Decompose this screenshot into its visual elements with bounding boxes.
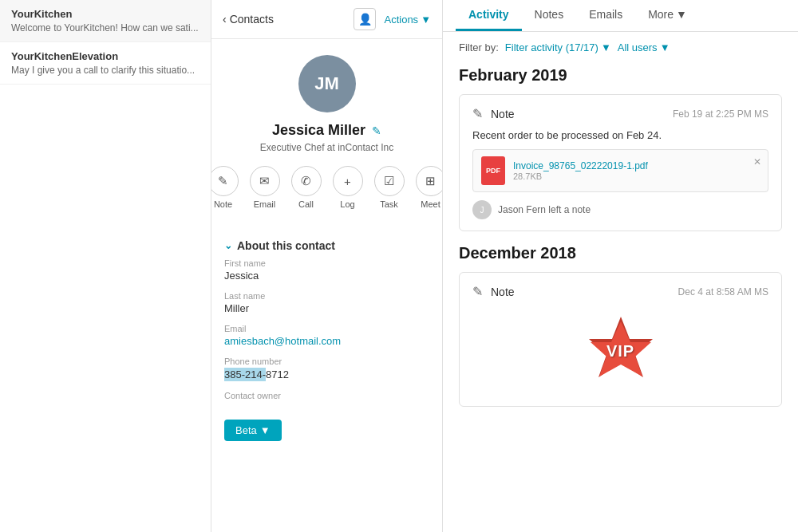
chat-name: YourKitchenElevation [11,50,200,62]
avatar: JM [298,55,356,112]
contact-name-row: Jessica Miller ✎ [272,122,381,139]
contact-owner-section: Beta ▼ [211,413,442,441]
note-footer-text: Jason Fern left a note [498,204,591,215]
note-type-label: Note [491,108,515,120]
task-icon: ☑ [374,166,405,196]
contact-name: Jessica Miller [272,122,365,139]
about-chevron-icon: ⌄ [224,240,232,251]
month-heading-feb: February 2019 [459,66,782,85]
chat-name: YourKitchen [11,8,200,20]
activity-card-feb-note: ✎ Note Feb 19 at 2:25 PM MS Recent order… [459,94,782,231]
phone-value[interactable]: 385-214-8712 [224,368,429,381]
filter-activity-chevron-icon: ▼ [601,41,611,53]
chat-panel: YourKitchen Welcome to YourKitchen! How … [0,0,211,532]
vip-badge-container: VIP [472,307,768,395]
header-right: 👤 Actions ▼ [354,8,431,30]
chat-item-elevation[interactable]: YourKitchenElevation May I give you a ca… [0,42,211,85]
edit-icon[interactable]: ✎ [372,124,381,137]
activity-content: Filter by: Filter activity (17/17) ▼ All… [443,32,798,532]
note-label: Note [214,199,232,209]
user-avatar-small: J [472,200,492,219]
action-buttons: ✎ Note ✉ Email ✆ Call + Log ☑ Task ⊞ Mee… [211,166,443,209]
phone-field: Phone number 385-214-8712 [224,357,429,381]
tab-more-chevron-icon: ▼ [676,8,687,21]
tab-activity-label: Activity [468,8,509,21]
filter-bar: Filter by: Filter activity (17/17) ▼ All… [459,41,782,53]
email-label: Email [254,199,276,209]
filter-activity-button[interactable]: Filter activity (17/17) ▼ [505,41,611,53]
log-label: Log [340,199,354,209]
actions-label: Actions [384,14,418,26]
tab-emails[interactable]: Emails [576,0,635,31]
note-time-dec: Dec 4 at 8:58 AM MS [678,286,768,298]
attachment-name: Invoice_98765_02222019-1.pdf [513,160,648,171]
activity-panel: Activity Notes Emails More ▼ Filter by: … [443,0,798,532]
tab-bar: Activity Notes Emails More ▼ [443,0,798,32]
task-button[interactable]: ☑ Task [374,166,405,209]
filter-users-button[interactable]: All users ▼ [618,41,670,53]
attachment-size: 28.7KB [513,171,648,181]
tab-notes[interactable]: Notes [522,0,577,31]
tab-more-label: More [648,8,674,21]
email-field: Email amiesbach@hotmail.com [224,324,429,347]
chat-preview: Welcome to YourKitchen! How can we sati.… [11,22,200,33]
tab-activity[interactable]: Activity [456,0,522,31]
meet-button[interactable]: ⊞ Meet [416,166,444,209]
vip-star-badge: VIP [581,315,661,387]
first-name-label: First name [224,258,429,268]
note-footer: J Jason Fern left a note [472,200,768,219]
call-label: Call [298,199,314,209]
pdf-icon: PDF [481,156,505,185]
beta-button[interactable]: Beta ▼ [224,420,282,441]
chat-list: YourKitchen Welcome to YourKitchen! How … [0,0,211,85]
beta-chevron-icon: ▼ [260,424,271,436]
call-button[interactable]: ✆ Call [291,166,322,209]
about-header[interactable]: ⌄ About this contact [224,230,429,258]
task-label: Task [380,199,398,209]
last-name-field: Last name Miller [224,291,429,314]
last-name-label: Last name [224,291,429,301]
email-icon: ✉ [250,166,280,196]
chat-item-yourkitchen[interactable]: YourKitchen Welcome to YourKitchen! How … [0,0,211,42]
email-button[interactable]: ✉ Email [250,166,280,209]
log-button[interactable]: + Log [333,166,363,209]
back-arrow-icon: ‹ [223,13,227,26]
beta-label: Beta [235,424,257,436]
person-icon[interactable]: 👤 [354,8,376,30]
note-time: Feb 19 at 2:25 PM MS [673,108,768,120]
note-edit-icon: ✎ [472,106,483,121]
last-name-value: Miller [224,302,429,314]
filter-users-chevron-icon: ▼ [660,41,670,53]
email-value[interactable]: amiesbach@hotmail.com [224,335,429,347]
contact-info: JM Jessica Miller ✎ Executive Chef at in… [211,39,442,230]
call-icon: ✆ [291,166,322,196]
note-icon: ✎ [211,166,239,196]
note-button[interactable]: ✎ Note [211,166,239,209]
back-button[interactable]: ‹ Contacts [223,13,274,26]
tab-more[interactable]: More ▼ [635,0,700,31]
actions-button[interactable]: Actions ▼ [384,14,431,26]
first-name-value: Jessica [224,270,429,282]
tab-notes-label: Notes [535,8,564,21]
contact-title: Executive Chef at inContact Inc [260,142,393,153]
filter-by-label: Filter by: [459,41,499,53]
attachment-box: PDF Invoice_98765_02222019-1.pdf 28.7KB … [472,149,768,192]
phone-rest: 8712 [266,368,289,380]
phone-highlight: 385-214- [224,368,266,381]
contact-owner-field: Contact owner [224,391,429,400]
note-body: Recent order to be processed on Feb 24. [472,129,768,141]
activity-card-header: ✎ Note Feb 19 at 2:25 PM MS [472,106,768,121]
month-heading-dec: December 2018 [459,244,782,262]
contact-panel: ‹ Contacts 👤 Actions ▼ JM Jessica Miller… [211,0,443,532]
activity-card-dec-note: ✎ Note Dec 4 at 8:58 AM MS VIP [459,272,782,407]
vip-text: VIP [606,342,634,361]
chat-preview: May I give you a call to clarify this si… [11,65,200,76]
note-type-label-dec: Note [491,286,515,298]
phone-label: Phone number [224,357,429,366]
meet-label: Meet [421,199,440,209]
actions-chevron-icon: ▼ [421,14,431,26]
first-name-field: First name Jessica [224,258,429,282]
contact-owner-label: Contact owner [224,391,429,400]
filter-users-label: All users [618,41,658,53]
close-attachment-icon[interactable]: ✕ [753,156,761,167]
